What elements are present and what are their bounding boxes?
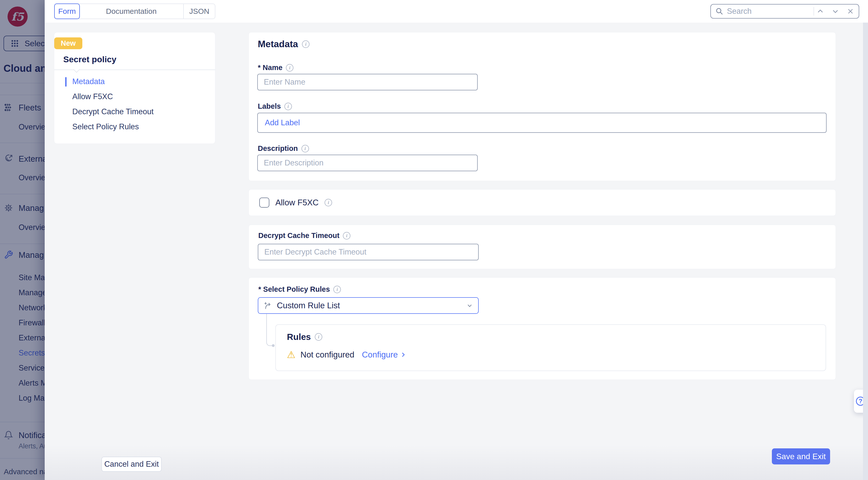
configure-rules-link[interactable]: Configure — [362, 350, 406, 360]
scrollbar-track[interactable] — [863, 23, 868, 480]
search-input[interactable] — [727, 7, 802, 16]
secret-policy-form-panel: Form Documentation JSON — [45, 0, 868, 480]
metadata-heading-text: Metadata — [258, 39, 298, 50]
info-icon[interactable]: i — [302, 145, 309, 152]
name-label-text: * Name — [258, 63, 282, 72]
tab-json[interactable]: JSON — [183, 4, 215, 19]
metadata-section-card: Metadata i * Name i Labels i Add Label D… — [248, 32, 836, 181]
allow-f5xc-checkbox[interactable] — [259, 198, 269, 208]
rules-heading: Rules — [287, 332, 311, 342]
select-policy-rules-label-text: * Select Policy Rules — [258, 285, 330, 294]
footer-gradient — [45, 445, 868, 480]
rules-status-text: Not configured — [301, 350, 354, 360]
form-nav-decrypt-cache-timeout[interactable]: Decrypt Cache Timeout — [54, 104, 215, 119]
form-topbar: Form Documentation JSON — [45, 0, 868, 23]
info-icon[interactable]: i — [343, 232, 350, 240]
view-tabs: Form Documentation JSON — [54, 3, 215, 19]
name-input[interactable] — [257, 74, 478, 90]
allow-f5xc-section-card: Allow F5XC i — [248, 189, 836, 216]
info-icon[interactable]: i — [286, 64, 293, 71]
divider — [813, 7, 814, 16]
decrypt-cache-timeout-section-card: Decrypt Cache Timeout i — [248, 225, 836, 269]
labels-label: Labels i — [258, 102, 292, 111]
info-icon[interactable]: i — [315, 333, 322, 341]
search-box — [710, 4, 859, 19]
decrypt-cache-timeout-label: Decrypt Cache Timeout i — [258, 232, 350, 240]
info-icon[interactable]: i — [302, 40, 310, 48]
chevron-down-icon — [466, 302, 473, 309]
search-icon — [715, 7, 723, 15]
search-prev-button[interactable] — [816, 7, 825, 16]
tree-connector-line — [266, 314, 273, 346]
policy-rules-dropdown-value: Custom Rule List — [277, 301, 466, 310]
decrypt-cache-timeout-label-text: Decrypt Cache Timeout — [258, 232, 339, 240]
overlay-scrim — [0, 0, 45, 480]
form-nav-select-policy-rules[interactable]: Select Policy Rules — [54, 119, 215, 134]
tab-documentation[interactable]: Documentation — [79, 4, 183, 19]
cancel-and-exit-button[interactable]: Cancel and Exit — [101, 457, 162, 472]
configure-link-text: Configure — [362, 350, 398, 360]
description-label-text: Description — [258, 144, 298, 153]
add-label-button[interactable]: Add Label — [265, 118, 300, 127]
info-icon[interactable]: i — [284, 103, 292, 110]
policy-rules-dropdown[interactable]: Custom Rule List — [258, 297, 479, 314]
search-close-button[interactable] — [846, 7, 855, 16]
tree-connector-dot — [272, 344, 275, 347]
labels-label-text: Labels — [258, 102, 281, 111]
metadata-heading: Metadata i — [258, 39, 310, 50]
rules-subsection-card: Rules i ⚠ Not configured Configure — [275, 324, 826, 371]
allow-f5xc-label: Allow F5XC — [275, 198, 318, 207]
select-policy-rules-label: * Select Policy Rules i — [258, 285, 341, 294]
labels-field[interactable]: Add Label — [257, 113, 827, 133]
description-input[interactable] — [257, 155, 478, 171]
warning-icon: ⚠ — [287, 350, 296, 360]
save-and-exit-button[interactable]: Save and Exit — [772, 448, 830, 464]
form-nav-allow-f5xc[interactable]: Allow F5XC — [54, 89, 215, 104]
info-icon[interactable]: i — [333, 286, 341, 293]
chevron-right-icon — [400, 352, 406, 358]
select-policy-rules-section-card: * Select Policy Rules i Custom Rule List… — [248, 277, 836, 380]
divider-notch — [73, 66, 80, 72]
branch-arrow-icon — [263, 301, 272, 310]
decrypt-cache-timeout-input[interactable] — [258, 244, 479, 260]
name-label: * Name i — [258, 63, 293, 72]
status-badge-new: New — [54, 37, 82, 49]
description-label: Description i — [258, 144, 309, 153]
search-next-button[interactable] — [831, 7, 840, 16]
form-nav-metadata[interactable]: Metadata — [54, 74, 215, 89]
tab-form[interactable]: Form — [54, 3, 80, 19]
info-icon[interactable]: i — [324, 199, 332, 206]
form-nav-card: New Secret policy Metadata Allow F5XC De… — [54, 32, 215, 144]
page-title: Secret policy — [63, 55, 117, 64]
